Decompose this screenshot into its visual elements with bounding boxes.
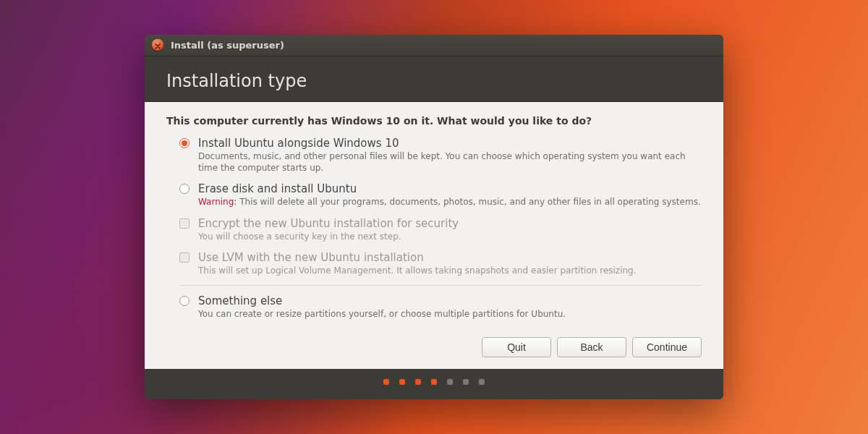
option-title: Encrypt the new Ubuntu installation for …: [198, 217, 702, 230]
option-desc: This will set up Logical Volume Manageme…: [198, 265, 702, 276]
checkbox-lvm: [179, 252, 190, 263]
warning-text: This will delete all your programs, docu…: [239, 197, 700, 207]
radio-erase-disk[interactable]: [179, 184, 190, 194]
continue-button[interactable]: Continue: [632, 337, 702, 357]
radio-install-alongside[interactable]: [179, 138, 190, 148]
option-desc: Warning: This will delete all your progr…: [198, 196, 702, 208]
option-title: Use LVM with the new Ubuntu installation: [198, 251, 702, 264]
prompt-text: This computer currently has Windows 10 o…: [166, 115, 702, 127]
option-desc: Documents, music, and other personal fil…: [198, 150, 702, 174]
progress-dot: [479, 379, 485, 385]
progress-dot: [463, 379, 469, 385]
option-erase-disk[interactable]: Erase disk and install Ubuntu Warning: T…: [179, 182, 702, 208]
warning-label: Warning:: [198, 197, 237, 207]
back-button[interactable]: Back: [557, 337, 626, 357]
progress-dot: [431, 379, 437, 385]
progress-dot: [383, 379, 389, 385]
page-title: Installation type: [166, 71, 702, 91]
close-button[interactable]: [152, 39, 163, 51]
heading-area: Installation type: [145, 56, 723, 101]
progress-dot: [447, 379, 453, 385]
option-something-else[interactable]: Something else You can create or resize …: [179, 294, 702, 320]
content-panel: This computer currently has Windows 10 o…: [145, 101, 723, 369]
option-install-alongside[interactable]: Install Ubuntu alongside Windows 10 Docu…: [179, 137, 702, 174]
progress-dots: [145, 369, 723, 399]
option-encrypt: Encrypt the new Ubuntu installation for …: [179, 217, 702, 242]
titlebar: Install (as superuser): [145, 35, 723, 56]
option-title: Install Ubuntu alongside Windows 10: [198, 137, 702, 150]
option-lvm: Use LVM with the new Ubuntu installation…: [179, 251, 702, 276]
button-row: Quit Back Continue: [166, 337, 702, 357]
close-icon: [155, 38, 161, 52]
installer-window: Install (as superuser) Installation type…: [145, 35, 723, 399]
option-title: Something else: [198, 294, 702, 307]
quit-button[interactable]: Quit: [482, 337, 551, 357]
option-desc: You can create or resize partitions your…: [198, 308, 702, 320]
progress-dot: [399, 379, 405, 385]
window-title: Install (as superuser): [171, 40, 284, 51]
option-desc: You will choose a security key in the ne…: [198, 231, 702, 242]
option-title: Erase disk and install Ubuntu: [198, 182, 702, 195]
options-group: Install Ubuntu alongside Windows 10 Docu…: [179, 137, 702, 320]
checkbox-encrypt: [179, 218, 190, 229]
radio-something-else[interactable]: [179, 296, 190, 306]
progress-dot: [415, 379, 421, 385]
divider: [179, 285, 702, 286]
